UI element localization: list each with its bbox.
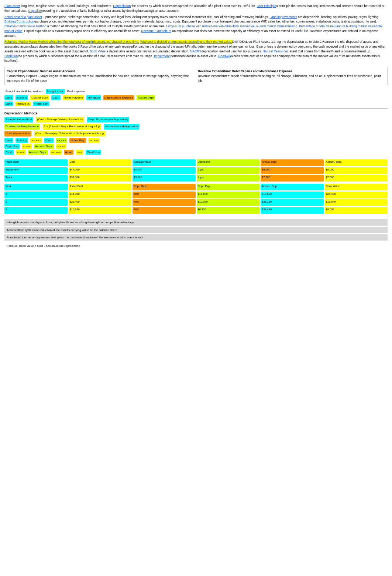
lg2-15: 40%	[133, 199, 196, 206]
lg2-19: 3	[4, 207, 68, 214]
depletion-link[interactable]: Depletion	[4, 54, 18, 58]
divider-3	[4, 216, 388, 216]
land-improvements-def: are depreciable, fencing, sprinklers, pa…	[297, 15, 379, 19]
large-grid-section-2: Year Asset Cost Depr. Rate Depr. Exp. Ac…	[4, 184, 388, 214]
jr-cash-c: Cash	[4, 150, 14, 155]
bottom-note-1-text: Intangible assets: no physical form, but…	[7, 221, 134, 224]
journal-entries-section: Land Building ××,××× Cash ××,××× Notes P…	[4, 138, 388, 155]
tag-land: Land	[4, 95, 13, 100]
lg-1: Plant asset	[4, 159, 68, 166]
revenue-exp-content: Revenue expenditures: repair of transmis…	[198, 74, 385, 83]
tag-depr: Depreciation Expense	[103, 95, 134, 100]
page-container: Plant asset long-lived, tangible asset, …	[4, 4, 388, 249]
lg-13: Truck	[4, 175, 68, 182]
revenue-exp-link[interactable]: Revenue Expenditure	[141, 29, 171, 33]
lg2-16: $10,560	[197, 199, 260, 206]
goodwill-link[interactable]: Goodwill	[218, 54, 230, 58]
lg2-24: $9,504	[325, 207, 388, 214]
bottom-sections: Intangible assets: no physical form, but…	[4, 219, 388, 249]
lg2-21: 40%	[133, 207, 196, 214]
lg-17: $7,500	[261, 175, 324, 182]
bought-truck-label: Bought truck	[46, 89, 65, 94]
uop-formula: (Cost - Salvage) / Total units × Units p…	[34, 131, 106, 137]
lump-sum-link[interactable]: Lump-sum purchase with relative-market-v…	[166, 24, 231, 28]
jr-val-b: ×,×××	[22, 144, 32, 149]
jr-val2-a: ××,×××	[88, 138, 100, 143]
depr-expense-tag: Depr. Expense (each yr same)	[87, 117, 129, 123]
relative-market-link[interactable]: Relative-market-value Method	[4, 24, 46, 28]
book-value-link[interactable]: Book Value	[90, 49, 106, 53]
lg2-23: $34,496	[261, 207, 324, 214]
capital-exp-col: Capital Expenditures: Debit an Asset Acc…	[7, 69, 194, 83]
lg2-22: $6,336	[197, 207, 260, 214]
tag-total: × total cost	[33, 101, 49, 106]
capitalize-link[interactable]: Capitalize	[28, 9, 42, 13]
relative-market-def: a method of allocating the total cost (1…	[46, 24, 166, 28]
lg-4: Useful life	[197, 159, 260, 166]
lg-7: Equipment	[4, 167, 68, 174]
jr-gl-c: Gain/Loss	[86, 150, 101, 155]
lg2-5: Accum. Depr.	[261, 184, 324, 190]
macrs-def: depreciation method used for tax purpose…	[202, 49, 263, 53]
capitalize-def: recording the acquisition of land, build…	[42, 9, 179, 13]
bottom-note-1: Intangible assets: no physical form, but…	[4, 219, 388, 225]
lg2-11: $17,600	[261, 192, 324, 198]
building-def: -purchase price, architectural fees, per…	[34, 20, 377, 23]
land-improvements-link[interactable]: Land improvements	[269, 15, 297, 19]
building-link[interactable]: Building/Construction	[4, 20, 34, 23]
tag-building: Building	[16, 95, 28, 100]
bottom-formula-text: Formula: Book value = Cost - Accumulated…	[7, 244, 80, 248]
jr-depr-b: Depr. Exp	[4, 144, 20, 149]
journal-row-c: Cash ×,××× Accum. Depr. ××,××× Asset cos…	[4, 150, 388, 155]
ddb-formula: 2 × (1/useful life) × Book value at beg.…	[43, 124, 102, 130]
paid-expense-label: Paid expense	[66, 89, 86, 94]
jr-asset-c: Asset	[64, 150, 73, 155]
capital-exp-title: Capital Expenditures: Debit an Asset Acc…	[7, 69, 194, 74]
depr-method-row-2: Double-declining balance 2 × (1/useful l…	[4, 124, 388, 130]
bottom-note-3-text: Franchise/License: an agreement that giv…	[7, 236, 142, 239]
cost-principle-link[interactable]: Cost Principle	[257, 4, 276, 8]
tag-cost: Cost of truck	[30, 95, 49, 100]
lg-10: 5 yrs	[197, 167, 260, 174]
depreciation-link[interactable]: Depreciation	[113, 4, 131, 8]
actual-cost-link[interactable]: Actual cost of a plant asset	[4, 15, 42, 19]
plant-asset-link[interactable]: Plant asset	[4, 4, 20, 8]
actual-cost-def: – purchase price, brokerage commission, …	[42, 15, 270, 19]
total-cost-link[interactable]: Total cost is divided among assets accor…	[140, 40, 232, 44]
bought-land-label: Bought land/building w/down	[4, 89, 44, 94]
plant-asset-def: long-lived, tangible asset, such as land…	[20, 4, 113, 8]
depreciation-title: Depreciation Methods	[4, 111, 388, 116]
natural-resources-link[interactable]: Natural Resources	[262, 49, 288, 53]
large-grid-2: Year Asset Cost Depr. Rate Depr. Exp. Ac…	[4, 184, 388, 214]
journal-row-b: Depr. Exp ×,××× Accum. Depr. ×,×××	[4, 144, 388, 149]
tag-cash: Cash	[51, 95, 61, 100]
lg2-9: 40%	[133, 192, 196, 198]
capital-exp-def: . Capital expenditure & extraordinary re…	[23, 29, 141, 33]
lg2-12: $26,400	[325, 192, 388, 198]
depletion-def: the process by which businesses spread t…	[18, 54, 154, 58]
impairment-link[interactable]: Impairment	[154, 54, 170, 58]
revenue-exp-title: Revenue Expenditure: Debit Repairs and M…	[198, 69, 385, 74]
intro-text-block: Plant asset long-lived, tangible asset, …	[4, 4, 388, 63]
tag-mortgage: Mortgage	[86, 95, 101, 100]
lg-5: Annual depr.	[261, 159, 324, 166]
lg-6: Accum. depr.	[325, 159, 388, 166]
lg-15: $3,000	[133, 175, 196, 182]
depr-method-row-3: Units of production (Cost - Salvage) / T…	[4, 131, 388, 137]
macrs-link[interactable]: MACRS	[190, 49, 202, 53]
bottom-formula-section: Formula: Book value = Cost - Accumulated…	[4, 243, 388, 249]
revenue-exp-col: Revenue Expenditure: Debit Repairs and M…	[198, 69, 385, 83]
natural-resources-def: asset that comes from the earth and is c…	[289, 49, 371, 53]
jr-xx-a: ××,×××	[30, 138, 42, 143]
jr-accum-c: Accum. Depr.	[28, 150, 48, 155]
total-market-link[interactable]: Total market value=land market value+bui…	[233, 24, 297, 28]
lg2-20: $15,840	[69, 207, 132, 214]
book-value-def: a depreciable asset's cost minus accumul…	[106, 49, 190, 53]
tag-land2: Land	[4, 101, 13, 106]
tag-accum: Accum Depr	[137, 95, 155, 100]
lg2-6: Book Value	[325, 184, 388, 190]
divider-2	[4, 157, 388, 157]
relative-market2-link[interactable]: Relatived-Market Value Method-allocating…	[4, 40, 139, 44]
tag-rel: relative %	[16, 101, 31, 106]
lg2-13: 2	[4, 199, 68, 206]
